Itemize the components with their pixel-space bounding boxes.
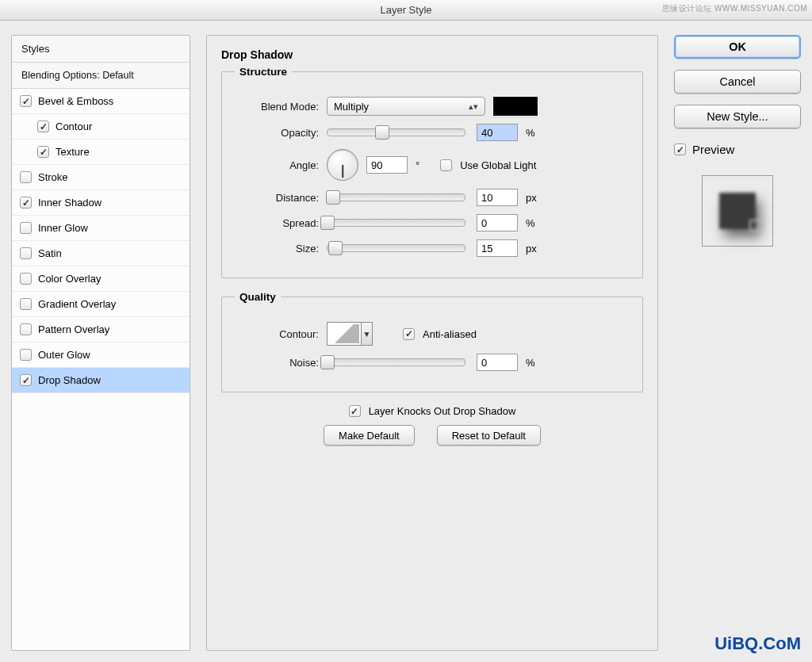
style-item-color-overlay[interactable]: Color Overlay <box>12 266 190 292</box>
style-item-inner-glow[interactable]: Inner Glow <box>12 216 190 241</box>
style-item-gradient-overlay[interactable]: Gradient Overlay <box>12 292 190 317</box>
cancel-button[interactable]: Cancel <box>674 70 801 94</box>
new-style-button[interactable]: New Style... <box>674 105 801 128</box>
style-item-label: Stroke <box>38 171 68 183</box>
style-checkbox[interactable] <box>37 121 49 132</box>
opacity-input[interactable] <box>477 124 518 141</box>
distance-label: Distance: <box>235 192 319 204</box>
noise-slider-thumb[interactable] <box>320 355 335 369</box>
style-item-contour[interactable]: Contour <box>12 114 190 140</box>
style-item-label: Inner Shadow <box>38 197 102 209</box>
size-slider[interactable] <box>327 244 465 252</box>
style-item-label: Gradient Overlay <box>38 298 116 310</box>
styles-panel: Styles Blending Options: Default Bevel &… <box>11 35 190 651</box>
opacity-slider-thumb[interactable] <box>375 125 389 140</box>
noise-input[interactable] <box>477 354 518 371</box>
new-style-label: New Style... <box>707 110 768 123</box>
style-item-label: Outer Glow <box>38 349 90 361</box>
antialiased-label: Anti-aliased <box>423 328 477 340</box>
use-global-light-checkbox[interactable] <box>440 159 452 171</box>
style-checkbox[interactable] <box>20 273 32 285</box>
contour-dropdown-button[interactable]: ▼ <box>362 322 373 346</box>
make-default-button[interactable]: Make Default <box>324 425 415 446</box>
style-item-satin[interactable]: Satin <box>12 241 190 266</box>
angle-input[interactable] <box>366 156 408 174</box>
dialog-buttons: OK Cancel New Style... Preview <box>674 35 801 651</box>
styles-list: Bevel & EmbossContourTextureStrokeInner … <box>12 89 190 393</box>
structure-legend: Structure <box>235 66 292 78</box>
ok-label: OK <box>729 40 746 53</box>
distance-input[interactable] <box>477 189 518 206</box>
spread-input[interactable] <box>477 214 518 232</box>
style-checkbox[interactable] <box>20 197 32 209</box>
make-default-label: Make Default <box>339 430 400 442</box>
style-item-outer-glow[interactable]: Outer Glow <box>12 342 190 368</box>
preview-thumbnail-content <box>719 193 756 229</box>
reset-to-default-label: Reset to Default <box>452 430 526 442</box>
preview-thumbnail <box>702 175 773 247</box>
use-global-light-label: Use Global Light <box>460 159 536 171</box>
blending-options-label: Blending Options: Default <box>21 70 134 81</box>
style-checkbox[interactable] <box>20 247 32 259</box>
styles-header[interactable]: Styles <box>12 36 190 63</box>
style-checkbox[interactable] <box>20 298 32 310</box>
style-item-drop-shadow[interactable]: Drop Shadow <box>12 368 190 393</box>
distance-slider[interactable] <box>327 193 465 201</box>
quality-legend: Quality <box>235 291 281 303</box>
size-slider-thumb[interactable] <box>328 241 343 255</box>
styles-header-label: Styles <box>21 43 49 55</box>
cancel-label: Cancel <box>719 75 755 88</box>
spread-label: Spread: <box>235 217 319 229</box>
distance-slider-thumb[interactable] <box>326 190 340 205</box>
spread-slider-thumb[interactable] <box>320 216 335 230</box>
opacity-slider[interactable] <box>327 128 465 136</box>
ok-button[interactable]: OK <box>674 35 801 59</box>
quality-group: Quality Contour: ▼ Anti-aliased Noise: <box>221 291 643 392</box>
contour-label: Contour: <box>235 328 319 340</box>
style-item-label: Contour <box>56 121 92 132</box>
style-item-stroke[interactable]: Stroke <box>12 165 190 190</box>
layer-knocks-out-label: Layer Knocks Out Drop Shadow <box>369 405 516 417</box>
distance-unit: px <box>526 192 545 204</box>
shadow-color-swatch[interactable] <box>493 97 538 116</box>
size-label: Size: <box>235 243 319 254</box>
style-checkbox[interactable] <box>37 146 49 158</box>
style-item-label: Texture <box>56 146 90 158</box>
style-checkbox[interactable] <box>20 349 32 361</box>
spread-unit: % <box>526 217 545 229</box>
window-body: Styles Blending Options: Default Bevel &… <box>0 21 812 662</box>
style-checkbox[interactable] <box>20 171 32 183</box>
watermark-top-right: 思缘设计论坛 WWW.MISSYUAN.COM <box>662 3 807 14</box>
preview-checkbox[interactable] <box>674 143 686 155</box>
blending-options-row[interactable]: Blending Options: Default <box>12 63 190 89</box>
style-item-bevel-emboss[interactable]: Bevel & Emboss <box>12 89 190 114</box>
angle-dial[interactable] <box>327 149 358 181</box>
size-unit: px <box>526 243 545 254</box>
style-item-label: Inner Glow <box>38 222 88 234</box>
noise-slider[interactable] <box>327 358 465 366</box>
antialiased-checkbox[interactable] <box>403 328 415 340</box>
style-item-label: Pattern Overlay <box>38 323 109 335</box>
contour-picker[interactable] <box>327 322 362 346</box>
layer-knocks-out-checkbox[interactable] <box>349 405 361 417</box>
effect-panel-title: Drop Shadow <box>221 48 643 61</box>
angle-unit: ° <box>416 159 419 171</box>
style-item-pattern-overlay[interactable]: Pattern Overlay <box>12 317 190 342</box>
style-checkbox[interactable] <box>20 95 32 107</box>
style-item-texture[interactable]: Texture <box>12 140 190 165</box>
style-checkbox[interactable] <box>20 323 32 335</box>
opacity-label: Opacity: <box>235 127 319 139</box>
style-item-label: Bevel & Emboss <box>38 95 113 107</box>
blend-mode-select[interactable]: Multiply ▴▾ <box>327 97 485 116</box>
size-input[interactable] <box>477 239 518 257</box>
style-checkbox[interactable] <box>20 374 32 386</box>
structure-group: Structure Blend Mode: Multiply ▴▾ Opacit… <box>221 66 643 278</box>
spread-slider[interactable] <box>327 219 465 227</box>
style-item-label: Drop Shadow <box>38 374 101 386</box>
style-item-inner-shadow[interactable]: Inner Shadow <box>12 190 190 216</box>
style-checkbox[interactable] <box>20 222 32 234</box>
angle-label: Angle: <box>235 159 319 171</box>
preview-label: Preview <box>692 143 734 156</box>
blend-mode-value: Multiply <box>334 101 369 113</box>
reset-to-default-button[interactable]: Reset to Default <box>437 425 541 446</box>
